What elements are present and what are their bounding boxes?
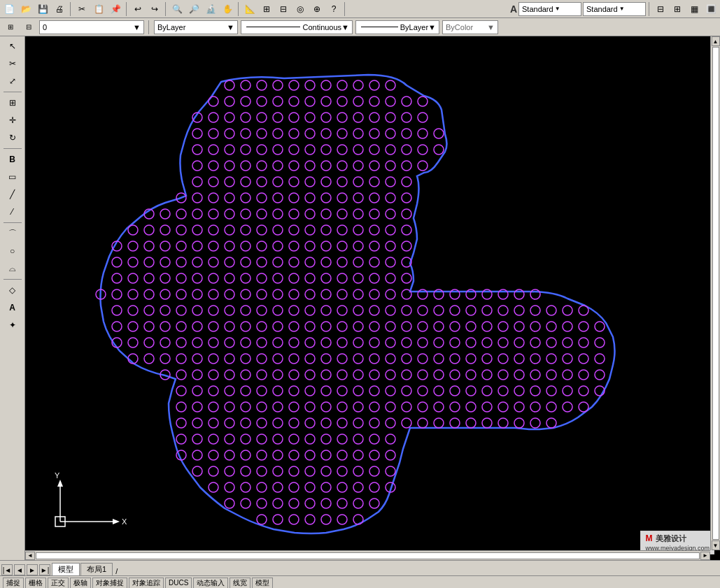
plotstyle-dropdown[interactable]: ByColor ▼ — [442, 20, 498, 34]
linetype-dropdown[interactable]: Continuous ▼ — [241, 20, 353, 34]
svg-text:Y: Y — [55, 473, 60, 480]
svg-marker-538 — [113, 519, 120, 524]
sep3 — [165, 2, 167, 16]
otrack-status[interactable]: 对象追踪 — [129, 578, 164, 589]
watermark-brand: 美雅设计 — [656, 534, 686, 543]
sep4 — [238, 2, 239, 16]
extra-btn4[interactable]: 🔳 — [703, 1, 719, 17]
pan-button[interactable]: ✋ — [220, 1, 235, 17]
watermark-logo: M — [645, 533, 652, 543]
text-tool[interactable]: A — [3, 299, 22, 316]
workspace-right-label: Standard — [586, 5, 618, 13]
arc-tool[interactable]: ⌒ — [3, 225, 22, 242]
lineweight-chevron-icon: ▼ — [428, 23, 436, 31]
erase-tool[interactable]: ✂ — [3, 55, 22, 72]
sep6 — [649, 2, 650, 16]
ortho-button[interactable]: ⊟ — [276, 1, 291, 17]
zoom-window-button[interactable]: 🔎 — [186, 1, 202, 17]
vertical-scrollbar[interactable]: ▲ ▼ — [710, 36, 720, 550]
rectangle-tool[interactable]: ▭ — [3, 168, 22, 185]
extra-btn3[interactable]: ▦ — [686, 1, 702, 17]
lw-status[interactable]: 线宽 — [230, 578, 250, 589]
color-dropdown[interactable]: ByLayer ▼ — [154, 20, 238, 34]
spline-tool[interactable]: ⌓ — [3, 260, 22, 277]
workspace-left-dropdown[interactable]: Standard ▼ — [518, 2, 581, 16]
linetype-chevron-icon: ▼ — [341, 23, 349, 31]
layer-manager-button[interactable]: ⊞ — [3, 20, 18, 35]
sep5 — [344, 2, 346, 16]
grid-status[interactable]: 栅格 — [25, 578, 46, 589]
open-button[interactable]: 📂 — [18, 1, 34, 17]
layer-value: 0 — [43, 23, 47, 31]
select-tool[interactable]: ↖ — [3, 38, 22, 55]
extra-btn1[interactable]: ⊟ — [653, 1, 668, 17]
redo-button[interactable]: ↪ — [147, 1, 162, 17]
layer-dropdown[interactable]: 0 ▼ — [39, 20, 144, 34]
scroll-thumb[interactable] — [36, 552, 700, 559]
undo-button[interactable]: ↩ — [130, 1, 146, 17]
scroll-right-button[interactable]: ► — [700, 552, 710, 560]
snap-button[interactable]: 📐 — [242, 1, 257, 17]
dyn-status[interactable]: 动态输入 — [193, 578, 228, 589]
scroll-up-button[interactable]: ▲ — [712, 36, 720, 46]
grid-button[interactable]: ⊞ — [259, 1, 274, 17]
status-bar: 捕捉 栅格 正交 极轴 对象捕捉 对象追踪 DUCS 动态输入 线宽 模型 — [0, 575, 720, 588]
save-button[interactable]: 💾 — [35, 1, 50, 17]
scroll-left-button[interactable]: ◄ — [25, 552, 35, 560]
help-button[interactable]: ? — [326, 1, 341, 17]
new-button[interactable]: 📄 — [1, 1, 17, 17]
circle-tool[interactable]: ○ — [3, 243, 22, 259]
insert-tool[interactable]: ✦ — [3, 317, 22, 334]
cut-button[interactable]: ✂ — [74, 1, 90, 17]
polyline-tool[interactable]: ∕ — [3, 203, 22, 220]
layer-chevron-icon: ▼ — [133, 23, 141, 31]
svg-marker-535 — [57, 480, 63, 487]
dimension-tool[interactable]: ◇ — [3, 282, 22, 299]
line-tool[interactable]: ╱ — [3, 186, 22, 203]
tab-nav-first[interactable]: |◄ — [1, 564, 13, 575]
move-tool[interactable]: ✛ — [3, 112, 22, 129]
tab-slash: / — [113, 567, 120, 575]
chevron-down-icon: ▼ — [555, 6, 560, 12]
toolbar-row2: ⊞ ⊟ 0 ▼ ByLayer ▼ Continuous ▼ ByLayer ▼… — [0, 18, 720, 36]
copy-button[interactable]: 📋 — [91, 1, 106, 17]
tab-nav-next[interactable]: ► — [27, 564, 38, 575]
coordinate-axis: Y X — [39, 473, 130, 543]
lineweight-dropdown[interactable]: ByLayer ▼ — [355, 20, 439, 34]
scroll-down-button[interactable]: ▼ — [712, 540, 720, 550]
left-toolbar: ↖ ✂ ⤢ ⊞ ✛ ↻ B ▭ ╱ ∕ ⌒ ○ ⌓ ◇ A ✦ — [0, 36, 25, 560]
model-status[interactable]: 模型 — [252, 578, 273, 589]
osnap-status[interactable]: 对象捕捉 — [92, 578, 127, 589]
tab-model[interactable]: 模型 — [52, 563, 80, 575]
tab-layout1[interactable]: 布局1 — [80, 563, 113, 575]
horizontal-scrollbar[interactable]: ◄ ► — [25, 550, 710, 560]
layer-props-button[interactable]: ⊟ — [21, 20, 36, 35]
workspace-right-dropdown[interactable]: Standard ▼ — [583, 2, 646, 16]
sep1 — [70, 2, 71, 16]
snap-status[interactable]: 捕捉 — [3, 578, 24, 589]
paste-button[interactable]: 📌 — [108, 1, 123, 17]
tab-nav-last[interactable]: ►| — [39, 564, 50, 575]
window-tool[interactable]: ⊞ — [3, 94, 22, 111]
plotstyle-chevron-icon: ▼ — [487, 23, 495, 31]
zoom-extents-button[interactable]: 🔬 — [203, 1, 218, 17]
hatch-tool[interactable]: B — [3, 151, 22, 168]
main-area: ↖ ✂ ⤢ ⊞ ✛ ↻ B ▭ ╱ ∕ ⌒ ○ ⌓ ◇ A ✦ — [0, 36, 720, 560]
osnap-button[interactable]: ⊕ — [309, 1, 325, 17]
polar-button[interactable]: ◎ — [292, 1, 308, 17]
ducs-status[interactable]: DUCS — [165, 578, 192, 589]
rotate-tool[interactable]: ↻ — [3, 129, 22, 146]
scroll-vthumb[interactable] — [712, 47, 719, 540]
polar-status[interactable]: 极轴 — [70, 578, 91, 589]
extra-btn2[interactable]: ⊞ — [670, 1, 685, 17]
tab-nav-prev[interactable]: ◄ — [14, 564, 25, 575]
lineweight-value: ByLayer — [400, 23, 428, 31]
toolbar-row1: 📄 📂 💾 🖨 ✂ 📋 📌 ↩ ↪ 🔍 🔎 🔬 ✋ 📐 ⊞ ⊟ ◎ ⊕ ? A … — [0, 0, 720, 18]
print-button[interactable]: 🖨 — [52, 1, 67, 17]
scale-tool[interactable]: ⤢ — [3, 73, 22, 89]
lt-sep2 — [3, 148, 22, 149]
ortho-status[interactable]: 正交 — [48, 578, 69, 589]
workspace-area: A Standard ▼ Standard ▼ ⊟ ⊞ ▦ 🔳 — [510, 1, 719, 17]
canvas-area[interactable]: Y X M 美雅设计 www.meiyadesign.com ◄ ► ▲ ▼ — [25, 36, 720, 560]
zoom-realtime-button[interactable]: 🔍 — [169, 1, 185, 17]
